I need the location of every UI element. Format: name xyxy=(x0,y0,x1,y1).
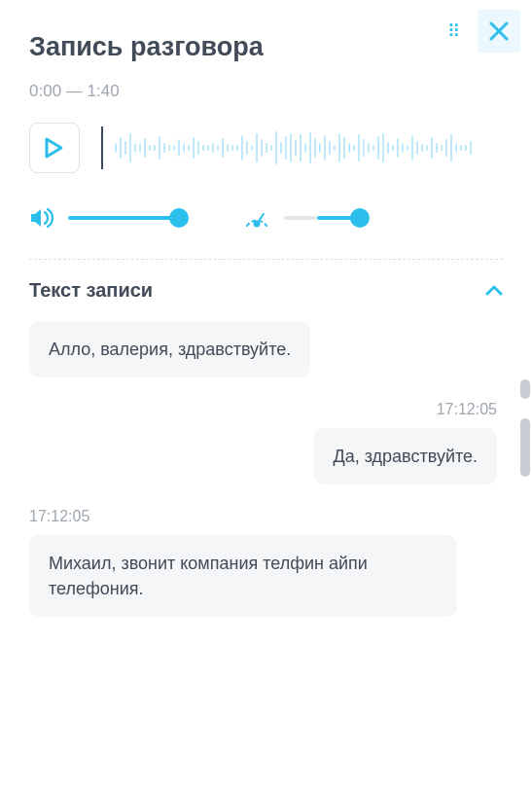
close-icon xyxy=(488,20,510,42)
transcript-message: 17:12:05 Михаил, звонит компания телфин … xyxy=(29,508,497,617)
time-range-label: 0:00 — 1:40 xyxy=(29,82,503,101)
transcript-message: 17:12:05 Да, здравствуйте. xyxy=(29,401,497,484)
message-timestamp: 17:12:05 xyxy=(29,401,497,418)
speed-control xyxy=(243,206,370,230)
close-button[interactable] xyxy=(478,10,520,53)
speed-icon[interactable] xyxy=(243,206,270,230)
transcript-toggle[interactable]: Текст записи xyxy=(29,279,503,302)
playhead-cursor[interactable] xyxy=(101,126,103,169)
section-title: Текст записи xyxy=(29,279,153,302)
transcript-list[interactable]: 17:12:05 Алло, валерия, здравствуйте. 17… xyxy=(29,311,503,700)
message-bubble: Да, здравствуйте. xyxy=(314,428,497,484)
chevron-up-icon xyxy=(485,285,503,297)
waveform[interactable] xyxy=(101,123,503,173)
transcript-message: Алло, валерия, здравствуйте. xyxy=(29,321,497,377)
play-icon xyxy=(44,136,65,160)
page-title: Запись разговора xyxy=(29,32,264,62)
speed-slider-thumb[interactable] xyxy=(350,208,370,228)
timestamp-cutoff: 17:12:05 xyxy=(29,311,497,313)
volume-slider-thumb[interactable] xyxy=(169,208,189,228)
speed-slider[interactable] xyxy=(284,208,370,228)
volume-slider[interactable] xyxy=(68,208,189,228)
waveform-bars xyxy=(115,123,472,173)
volume-control xyxy=(29,206,189,230)
message-bubble: Алло, валерия, здравствуйте. xyxy=(29,321,310,377)
drag-handle-icon[interactable]: ⠿ xyxy=(447,22,462,40)
message-bubble: Михаил, звонит компания телфин айпи теле… xyxy=(29,535,457,617)
play-button[interactable] xyxy=(29,123,80,173)
section-divider xyxy=(29,259,503,260)
volume-icon[interactable] xyxy=(29,206,54,230)
message-timestamp: 17:12:05 xyxy=(29,508,497,525)
